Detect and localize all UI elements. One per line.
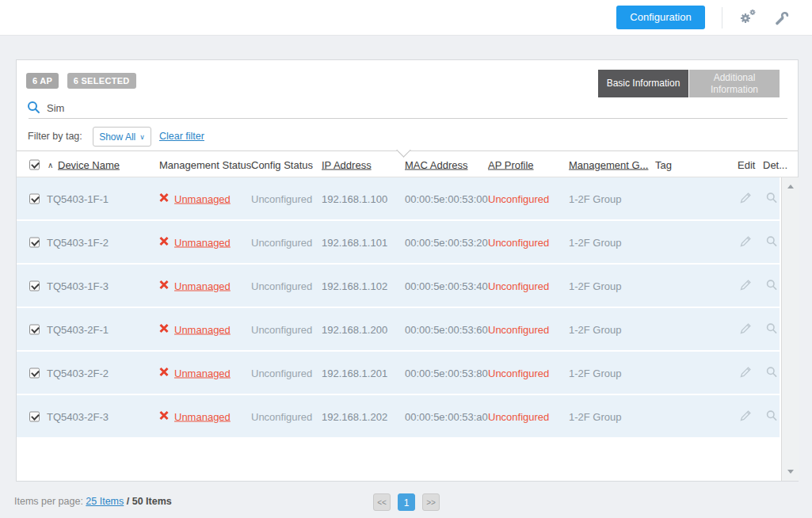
pager: << 1 >> — [373, 493, 440, 511]
tag-filter-dropdown[interactable]: Show All ∨ — [93, 127, 151, 147]
top-toolbar: Configuration — [0, 0, 812, 36]
col-tag: Tag — [655, 159, 672, 171]
table-header-row: ∧ Device Name Management Status Config S… — [17, 153, 798, 177]
col-ap-profile[interactable]: AP Profile — [488, 159, 534, 171]
table-body: TQ5403-1F-1 Unmanaged Unconfigured 192.1… — [17, 177, 780, 439]
row-checkbox[interactable] — [29, 411, 40, 421]
clear-filter-link[interactable]: Clear filter — [159, 131, 204, 142]
management-status-link[interactable]: Unmanaged — [174, 367, 231, 379]
current-page-button[interactable]: 1 — [398, 493, 415, 511]
scroll-down-icon[interactable] — [787, 470, 794, 474]
mac-address: 00:00:5e:00:53:60 — [405, 323, 488, 335]
selected-count-badge: 6 SELECTED — [67, 73, 136, 89]
col-device-name[interactable]: Device Name — [58, 159, 120, 171]
details-magnifier-icon[interactable] — [766, 409, 777, 423]
chevron-down-icon: ∨ — [139, 133, 145, 141]
unmanaged-x-icon — [159, 410, 169, 422]
config-status: Unconfigured — [251, 323, 312, 335]
count-badges: 6 AP 6 SELECTED — [26, 73, 141, 89]
config-status: Unconfigured — [251, 236, 312, 248]
unmanaged-x-icon — [159, 323, 169, 335]
unmanaged-x-icon — [159, 192, 169, 204]
configuration-button[interactable]: Configuration — [616, 6, 705, 29]
toolbar-divider — [722, 7, 722, 29]
table-row[interactable]: TQ5403-1F-1 Unmanaged Unconfigured 192.1… — [17, 177, 780, 219]
management-group: 1-2F Group — [569, 236, 621, 248]
col-edit: Edit — [738, 159, 755, 171]
next-page-button[interactable]: >> — [422, 493, 440, 511]
ap-profile-status: Unconfigured — [488, 323, 549, 335]
edit-pencil-icon[interactable] — [739, 191, 753, 207]
management-group: 1-2F Group — [569, 410, 621, 422]
ap-profile-status: Unconfigured — [488, 367, 549, 379]
ip-address: 192.168.1.102 — [322, 280, 387, 291]
management-status-link[interactable]: Unmanaged — [174, 236, 231, 248]
row-checkbox[interactable] — [29, 193, 40, 204]
select-all-checkbox[interactable] — [29, 160, 40, 170]
table-row[interactable]: TQ5403-2F-1 Unmanaged Unconfigured 192.1… — [17, 308, 780, 350]
unmanaged-x-icon — [159, 367, 169, 379]
col-details: Det... — [763, 159, 787, 171]
items-per-page-label: Items per page: — [14, 496, 83, 507]
unmanaged-x-icon — [159, 236, 169, 248]
col-mac-address[interactable]: MAC Address — [405, 159, 467, 171]
details-magnifier-icon[interactable] — [766, 279, 777, 292]
management-status-link[interactable]: Unmanaged — [174, 410, 231, 422]
management-group: 1-2F Group — [569, 280, 621, 291]
config-status: Unconfigured — [251, 410, 312, 422]
table-row[interactable]: TQ5403-1F-2 Unmanaged Unconfigured 192.1… — [17, 221, 780, 263]
details-magnifier-icon[interactable] — [766, 366, 777, 379]
search-input[interactable] — [47, 99, 379, 116]
management-status-link[interactable]: Unmanaged — [174, 192, 231, 204]
management-status-link[interactable]: Unmanaged — [174, 323, 231, 335]
edit-pencil-icon[interactable] — [739, 409, 753, 425]
mac-address: 00:00:5e:00:53:a0 — [405, 410, 488, 422]
device-name: TQ5403-1F-1 — [47, 192, 109, 204]
row-checkbox[interactable] — [29, 368, 40, 378]
sort-ascending-icon[interactable]: ∧ — [48, 161, 53, 169]
col-ip-address[interactable]: IP Address — [322, 159, 372, 171]
device-list-panel: 6 AP 6 SELECTED Basic Information Additi… — [16, 59, 799, 482]
tools-wrench-icon[interactable] — [774, 10, 790, 29]
config-status: Unconfigured — [251, 192, 312, 204]
unmanaged-x-icon — [159, 280, 169, 291]
row-checkbox[interactable] — [29, 237, 40, 247]
settings-gear-icon[interactable] — [739, 9, 757, 29]
ap-profile-status: Unconfigured — [488, 192, 549, 204]
total-items-label: / 50 Items — [127, 496, 172, 507]
ap-profile-status: Unconfigured — [488, 410, 549, 422]
tab-additional-information[interactable]: Additional Information — [689, 70, 780, 97]
ap-profile-status: Unconfigured — [488, 280, 549, 291]
prev-page-button[interactable]: << — [373, 493, 391, 511]
device-name: TQ5403-2F-2 — [47, 367, 109, 379]
scroll-up-icon[interactable] — [787, 185, 794, 189]
ip-address: 192.168.1.201 — [322, 367, 387, 379]
management-status-link[interactable]: Unmanaged — [174, 280, 231, 291]
table-row[interactable]: TQ5403-2F-2 Unmanaged Unconfigured 192.1… — [17, 352, 780, 394]
details-magnifier-icon[interactable] — [766, 235, 777, 249]
management-group: 1-2F Group — [569, 367, 621, 379]
row-checkbox[interactable] — [29, 324, 40, 334]
table-row[interactable]: TQ5403-1F-3 Unmanaged Unconfigured 192.1… — [17, 265, 780, 307]
row-checkbox[interactable] — [29, 280, 40, 291]
filter-by-tag-label: Filter by tag: — [28, 131, 82, 142]
page-size-link[interactable]: 25 Items — [86, 496, 124, 507]
edit-pencil-icon[interactable] — [739, 365, 753, 381]
search-icon — [27, 101, 40, 117]
edit-pencil-icon[interactable] — [739, 278, 753, 294]
config-status: Unconfigured — [251, 280, 312, 291]
tab-basic-information[interactable]: Basic Information — [598, 70, 688, 97]
col-management-group[interactable]: Management G... — [569, 159, 648, 171]
details-magnifier-icon[interactable] — [766, 322, 777, 336]
ip-address: 192.168.1.100 — [322, 192, 387, 204]
table-scrollbar[interactable] — [781, 177, 799, 481]
edit-pencil-icon[interactable] — [739, 234, 753, 250]
details-magnifier-icon[interactable] — [766, 192, 777, 205]
table-row[interactable]: TQ5403-2F-3 Unmanaged Unconfigured 192.1… — [17, 395, 780, 437]
mac-address: 00:00:5e:00:53:00 — [405, 192, 488, 204]
ip-address: 192.168.1.101 — [322, 236, 387, 248]
device-name: TQ5403-1F-2 — [47, 236, 109, 248]
edit-pencil-icon[interactable] — [739, 322, 753, 337]
ap-profile-status: Unconfigured — [488, 236, 549, 248]
device-name: TQ5403-2F-1 — [47, 323, 109, 335]
